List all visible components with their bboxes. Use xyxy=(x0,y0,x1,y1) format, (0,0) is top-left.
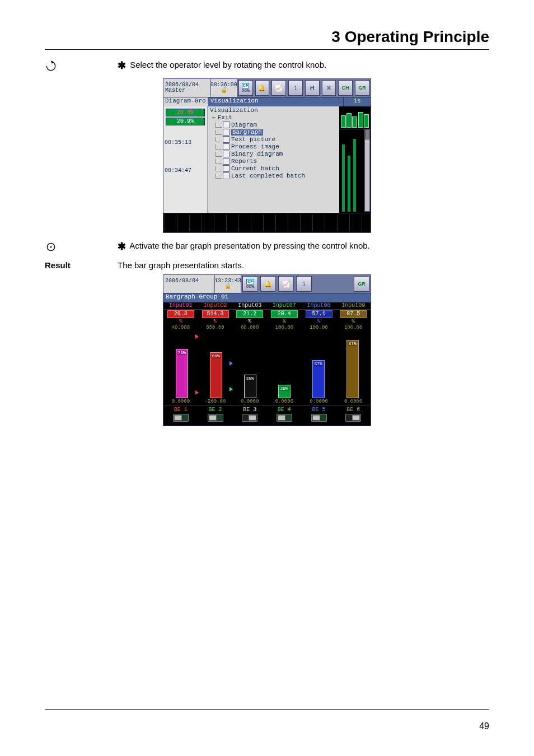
binary-input: BE 2 xyxy=(198,407,233,423)
bar-slot: 35% xyxy=(233,331,267,398)
press-knob-icon xyxy=(45,241,57,253)
tree-item[interactable]: Diagram xyxy=(210,122,337,128)
tree-node-icon xyxy=(223,129,229,136)
tree-node-icon xyxy=(223,143,229,150)
gr-next-icon[interactable]: GR xyxy=(354,276,369,292)
channel-value: 29.3 xyxy=(167,310,194,318)
pct-box-1: 20.8% xyxy=(166,109,205,116)
bargraph-area: 73%68%35%20%57%87% xyxy=(163,331,371,398)
exit-arrow-icon: ⇐ xyxy=(212,115,216,121)
trend-icon[interactable]: 📈 xyxy=(271,80,286,96)
scr1-user: Master xyxy=(165,88,209,94)
tree-item[interactable]: Last completed batch xyxy=(210,172,337,179)
tree-item[interactable]: Bargraph xyxy=(210,129,337,136)
time-tick-2: 08:34:47 xyxy=(165,168,206,174)
tree-item-label: Diagram xyxy=(231,122,257,128)
channel-scale-max: 40.000 xyxy=(163,325,198,331)
channel-scale-max: 100.00 xyxy=(302,325,336,331)
screenshot-visualization-menu: 2006/08/04 Master 08:36:00 🔒 CF 99% 🔔 📈 … xyxy=(163,78,371,233)
channel-scale-max: 100.00 xyxy=(267,325,302,331)
channel-top-scale-row: 40.000850.0060.000100.00100.00100.00 xyxy=(163,325,371,331)
tree-item-label: Binary diagram xyxy=(231,151,283,157)
scr2-toolbar: 2006/08/04 13:23:43 🔒 CF 99% 🔔 📈 1 xyxy=(163,275,371,293)
tree-item-label: Bargraph xyxy=(231,129,263,136)
channel-value: 514.3 xyxy=(202,310,229,318)
alarm-bell-icon[interactable]: 🔔 xyxy=(255,80,270,96)
rotate-knob-icon-cell xyxy=(45,60,118,74)
scr1-menu-title: Visualization xyxy=(208,97,343,106)
tools-icon[interactable]: ✖ xyxy=(322,80,336,96)
tree-node-icon xyxy=(223,158,229,165)
channel-name: Input07 xyxy=(267,302,302,309)
scrollbar[interactable] xyxy=(364,129,370,212)
binary-input-label: BE 2 xyxy=(198,407,233,413)
screenshot-bargraph: 2006/08/04 13:23:43 🔒 CF 99% 🔔 📈 1 xyxy=(163,274,371,426)
cf-status-icon[interactable]: CF 99% xyxy=(238,80,253,96)
scr2-time-area: 13:23:43 🔒 xyxy=(215,275,241,293)
scr1-right-panel xyxy=(339,106,371,213)
alarm-bell-icon[interactable]: 🔔 xyxy=(260,276,276,292)
channel-scale-max: 100.00 xyxy=(336,325,371,331)
gr-next-icon[interactable]: GR xyxy=(355,80,369,96)
tree-item[interactable]: Text picture xyxy=(210,136,337,143)
channel-value-cell: 87.5 xyxy=(336,310,371,319)
tree-item-label: Last completed batch xyxy=(231,173,305,179)
channel-scale-max: 60.000 xyxy=(232,325,267,331)
scr1-subtitle-bar: Diagram-Gro Visualization 1s xyxy=(163,97,371,106)
scr1-time-area: 08:36:00 🔒 xyxy=(211,79,237,97)
channel-value: 20.4 xyxy=(271,310,298,318)
channel-scale-min: 0.0000 xyxy=(232,399,267,405)
bar-percent-label: 68% xyxy=(212,354,221,358)
title-rule xyxy=(45,49,489,50)
channel-name: Input09 xyxy=(336,302,371,309)
bar-slot: 73% xyxy=(165,331,199,398)
pct-box-2: 20.9% xyxy=(166,118,205,125)
tree-heading: Visualization xyxy=(210,108,337,114)
bar-slot: 87% xyxy=(335,331,369,398)
scroll-thumb[interactable] xyxy=(365,129,369,139)
tree-item[interactable]: Binary diagram xyxy=(210,151,337,157)
channel-unit: % xyxy=(232,319,267,325)
page-1-icon[interactable]: 1 xyxy=(288,80,303,96)
trend-icon[interactable]: 📈 xyxy=(278,276,294,292)
page-number: 49 xyxy=(479,721,489,731)
channel-value-cell: 21.2 xyxy=(232,310,267,319)
result-text: The bar graph presentation starts. xyxy=(118,260,244,270)
scr1-left-title: Diagram-Gro xyxy=(163,97,208,106)
tree-exit[interactable]: ⇐ Exit xyxy=(210,115,337,121)
scr1-menu-panel: Visualization ⇐ Exit DiagramBargraphText… xyxy=(208,106,339,213)
tree-item-label: Reports xyxy=(231,158,257,165)
tree-item[interactable]: Process image xyxy=(210,143,337,150)
scr2-title: Bargraph-Group 01 xyxy=(163,293,371,302)
channel-unit: % xyxy=(336,319,371,325)
cf-status-icon[interactable]: CF 99% xyxy=(242,276,258,292)
page-1-icon[interactable]: 1 xyxy=(296,276,312,292)
press-knob-icon-cell xyxy=(45,241,118,255)
step-2-text: Activate the bar graph presentation by p… xyxy=(129,241,369,250)
binary-input: BE 4 xyxy=(267,407,302,423)
binary-input-label: BE 5 xyxy=(302,407,336,413)
scr2-date: 2006/08/04 xyxy=(165,278,213,284)
binary-input-label: BE 6 xyxy=(336,407,371,413)
mini-bars xyxy=(339,106,371,129)
tree-item[interactable]: Current batch xyxy=(210,165,337,172)
binary-input: BE 3 xyxy=(232,407,267,423)
bargraph-bar: 73% xyxy=(176,349,188,398)
channel-name: Input03 xyxy=(232,302,267,309)
channel-value-cell: 20.4 xyxy=(267,310,302,319)
bargraph-bar: 57% xyxy=(312,360,325,398)
switch-icon xyxy=(242,414,257,422)
channel-scale-min: 0.0000 xyxy=(163,399,198,405)
channel-value-cell: 29.3 xyxy=(163,310,198,319)
ch-next-icon[interactable]: CH xyxy=(338,80,353,96)
tree-item-label: Process image xyxy=(231,144,279,150)
switch-icon xyxy=(208,414,223,422)
channel-unit: % xyxy=(267,319,302,325)
rewind-icon[interactable]: H xyxy=(305,80,320,96)
bar-percent-label: 73% xyxy=(177,351,186,355)
tree-item[interactable]: Reports xyxy=(210,158,337,165)
binary-inputs-row: BE 1BE 2BE 3BE 4BE 5BE 6 xyxy=(163,405,371,426)
result-label: Result xyxy=(45,260,71,270)
rotate-knob-icon xyxy=(45,60,57,72)
channel-names-row: Input01Input02Input03Input07Input08Input… xyxy=(163,302,371,310)
